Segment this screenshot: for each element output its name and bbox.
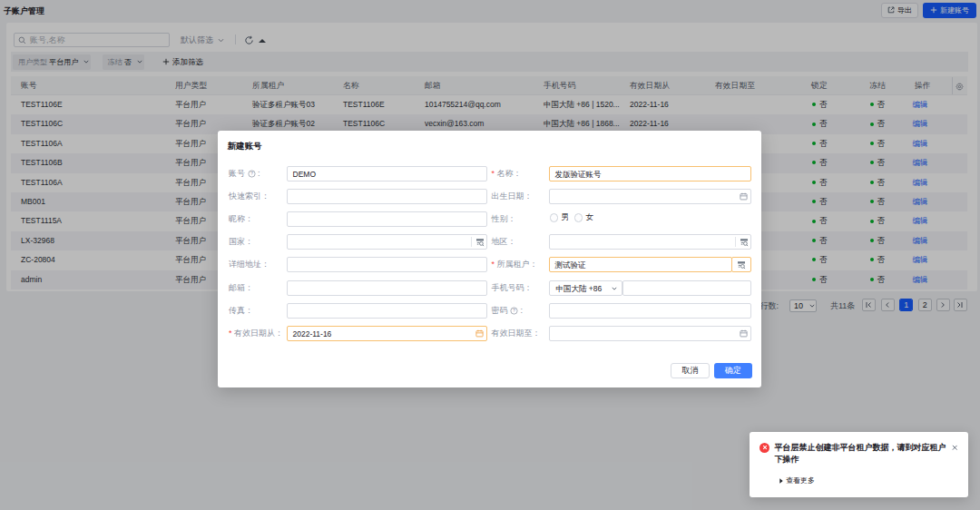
svg-text:?: ? bbox=[513, 308, 515, 313]
svg-text:?: ? bbox=[250, 171, 253, 176]
